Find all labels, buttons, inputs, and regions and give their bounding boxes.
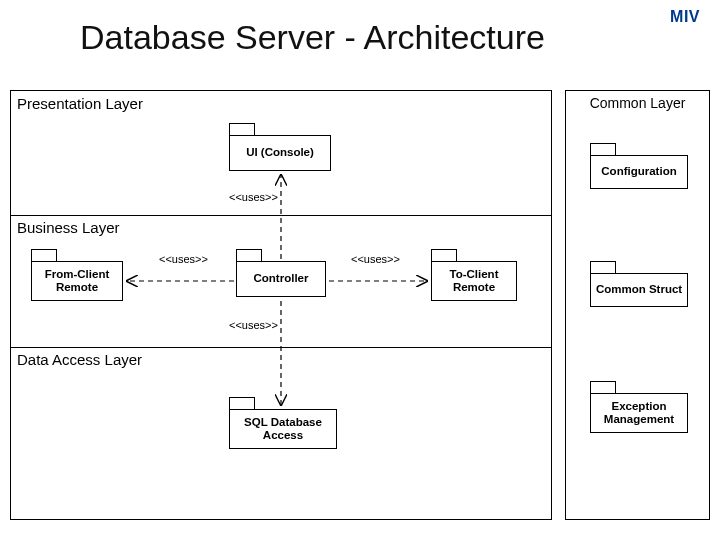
- package-tab-icon: [590, 143, 616, 155]
- package-tab-icon: [236, 249, 262, 261]
- main-layers-frame: Presentation Layer UI (Console) Business…: [10, 90, 552, 520]
- page-title: Database Server - Architecture: [80, 18, 545, 57]
- package-ui-console-label: UI (Console): [229, 135, 331, 171]
- package-tab-icon: [229, 123, 255, 135]
- package-tab-icon: [31, 249, 57, 261]
- package-exception-label: Exception Management: [590, 393, 688, 433]
- package-tab-icon: [431, 249, 457, 261]
- data-access-layer-label: Data Access Layer: [17, 351, 142, 368]
- uses-label-controller-toclient: <<uses>>: [351, 253, 400, 265]
- package-sql-label: SQL Database Access: [229, 409, 337, 449]
- uses-label-ui-controller: <<uses>>: [229, 191, 278, 203]
- divider-2: [11, 347, 551, 348]
- uses-label-controller-fromclient: <<uses>>: [159, 253, 208, 265]
- package-from-client-label: From-Client Remote: [31, 261, 123, 301]
- package-common-struct-label: Common Struct: [590, 273, 688, 307]
- package-controller-label: Controller: [236, 261, 326, 297]
- common-layer-frame: Common Layer Configuration Common Struct…: [565, 90, 710, 520]
- brand-label: MIV: [670, 8, 700, 26]
- diagram-stage: MIV Database Server - Architecture Prese…: [0, 0, 720, 540]
- package-tab-icon: [590, 261, 616, 273]
- common-layer-label: Common Layer: [566, 95, 709, 111]
- package-tab-icon: [590, 381, 616, 393]
- divider-1: [11, 215, 551, 216]
- package-tab-icon: [229, 397, 255, 409]
- business-layer-label: Business Layer: [17, 219, 120, 236]
- presentation-layer-label: Presentation Layer: [17, 95, 143, 112]
- package-configuration-label: Configuration: [590, 155, 688, 189]
- uses-label-controller-sql: <<uses>>: [229, 319, 278, 331]
- package-to-client-label: To-Client Remote: [431, 261, 517, 301]
